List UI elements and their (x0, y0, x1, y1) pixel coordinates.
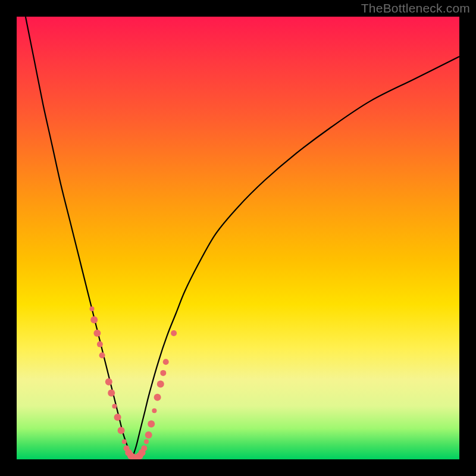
watermark-text: TheBottleneck.com (361, 1, 470, 15)
data-point (122, 439, 127, 444)
data-point (152, 408, 156, 413)
data-point (118, 427, 125, 434)
curve-right-branch (131, 57, 459, 459)
curve-layer (17, 17, 459, 459)
curve-left-branch (26, 17, 132, 459)
data-point (145, 431, 152, 439)
data-point (90, 317, 98, 324)
data-point (108, 389, 115, 396)
data-point (97, 342, 103, 347)
data-point (105, 378, 112, 386)
data-point (90, 306, 95, 311)
data-point (157, 381, 164, 388)
data-point (141, 445, 147, 451)
data-point (154, 394, 161, 401)
data-point (163, 359, 169, 365)
data-point (99, 352, 105, 358)
plot-area (17, 17, 459, 459)
scatter-layer (90, 306, 177, 459)
data-point (148, 421, 155, 428)
data-point (144, 439, 149, 444)
data-point (112, 404, 117, 409)
chart-frame: TheBottleneck.com (0, 0, 476, 476)
data-point (171, 330, 177, 336)
data-point (160, 370, 166, 376)
data-point (93, 330, 101, 337)
data-point (114, 414, 121, 421)
